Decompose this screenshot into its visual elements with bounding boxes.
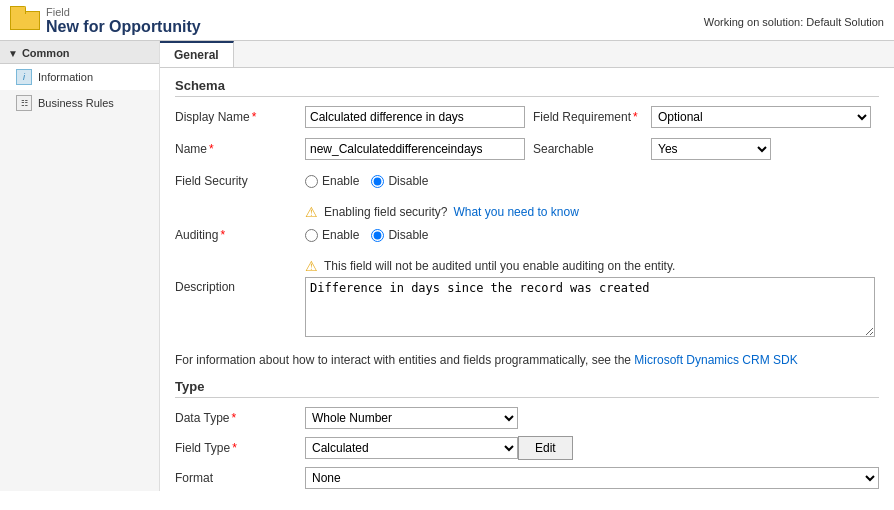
header-small-title: Field [46,6,201,18]
header-icon-wrap [10,6,38,28]
warning-text: Enabling field security? [324,205,447,219]
sidebar-item-information-label: Information [38,71,93,83]
format-row: Format None Duration Time Zone Language [175,466,879,490]
warning-icon: ⚠ [305,204,318,220]
data-type-select[interactable]: Whole Number Single Line of Text Decimal… [305,407,518,429]
main-layout: ▼ Common i Information ☷ Business Rules … [0,41,894,491]
sidebar-item-business-rules[interactable]: ☷ Business Rules [0,90,159,116]
info-icon-shape: i [16,69,32,85]
field-requirement-label: Field Requirement* [533,110,643,124]
format-select[interactable]: None Duration Time Zone Language [305,467,879,489]
name-row: Name* Searchable Yes No [175,137,879,161]
auditing-disable[interactable]: Disable [371,228,428,242]
auditing-enable-label: Enable [322,228,359,242]
field-requirement-select[interactable]: Optional Business Recommended Business R… [651,106,871,128]
warning-link[interactable]: What you need to know [453,205,578,219]
field-type-row: Field Type* Simple Calculated Rollup Edi… [175,436,879,460]
data-type-row: Data Type* Whole Number Single Line of T… [175,406,879,430]
header-left: Field New for Opportunity [10,6,201,36]
sidebar: ▼ Common i Information ☷ Business Rules [0,41,160,491]
type-section-title: Type [175,379,879,398]
auditing-disable-radio[interactable] [371,229,384,242]
auditing-row: Auditing* Enable Disable [175,223,879,247]
format-label: Format [175,471,305,485]
main-content: General Schema Display Name* Field Requi… [160,41,894,491]
description-textarea[interactable]: Difference in days since the record was … [305,277,875,337]
auditing-field: Enable Disable [305,228,879,242]
field-security-enable-radio[interactable] [305,175,318,188]
rules-icon-shape: ☷ [16,95,32,111]
edit-button[interactable]: Edit [518,436,573,460]
information-icon: i [16,69,32,85]
sidebar-item-business-rules-label: Business Rules [38,97,114,109]
field-security-enable[interactable]: Enable [305,174,359,188]
field-security-enable-label: Enable [322,174,359,188]
field-security-row: Field Security Enable Disable [175,169,879,193]
auditing-warning-text: This field will not be audited until you… [324,259,675,273]
auditing-warning-icon: ⚠ [305,258,318,274]
name-input[interactable] [305,138,525,160]
field-type-select[interactable]: Simple Calculated Rollup [305,437,518,459]
field-requirement-group: Field Requirement* Optional Business Rec… [533,106,894,128]
auditing-label: Auditing* [175,228,305,242]
tab-general[interactable]: General [160,41,234,67]
field-security-warning-row: ⚠ Enabling field security? What you need… [175,201,879,223]
crm-sdk-link[interactable]: Microsoft Dynamics CRM SDK [634,353,797,367]
info-row: For information about how to interact wi… [175,345,879,375]
auditing-warning-row: ⚠ This field will not be audited until y… [175,255,879,277]
auditing-enable[interactable]: Enable [305,228,359,242]
type-section: Type Data Type* Whole Number Single Line… [175,379,879,491]
auditing-enable-radio[interactable] [305,229,318,242]
folder-icon [10,6,38,28]
display-name-label: Display Name* [175,110,305,124]
name-label: Name* [175,142,305,156]
data-type-label: Data Type* [175,411,305,425]
description-label: Description [175,280,305,294]
display-name-row: Display Name* Field Requirement* Optiona… [175,105,879,129]
field-security-radio-group: Enable Disable [305,174,428,188]
field-security-label: Field Security [175,174,305,188]
field-security-disable-label: Disable [388,174,428,188]
display-name-input[interactable] [305,106,525,128]
tab-bar: General [160,41,894,68]
field-security-disable[interactable]: Disable [371,174,428,188]
description-field: Difference in days since the record was … [305,277,879,337]
schema-section-title: Schema [175,78,879,97]
business-rules-icon: ☷ [16,95,32,111]
header-titles: Field New for Opportunity [46,6,201,36]
sidebar-section-label: Common [22,47,70,59]
searchable-group: Searchable Yes No [533,138,894,160]
info-text-before: For information about how to interact wi… [175,353,631,367]
collapse-arrow-icon: ▼ [8,48,18,59]
field-security-disable-radio[interactable] [371,175,384,188]
field-security-field: Enable Disable [305,174,879,188]
searchable-select[interactable]: Yes No [651,138,771,160]
field-type-label: Field Type* [175,441,305,455]
auditing-disable-label: Disable [388,228,428,242]
name-field: Searchable Yes No [305,138,894,160]
sidebar-section-common: ▼ Common [0,41,159,64]
display-name-field: Field Requirement* Optional Business Rec… [305,106,894,128]
working-on-label: Working on solution: Default Solution [704,6,884,28]
page-header: Field New for Opportunity Working on sol… [0,0,894,41]
display-name-required: * [252,110,257,124]
sidebar-item-information[interactable]: i Information [0,64,159,90]
searchable-label: Searchable [533,142,643,156]
description-row: Description Difference in days since the… [175,277,879,337]
content-area: Schema Display Name* Field Requirement* … [160,68,894,491]
auditing-radio-group: Enable Disable [305,228,428,242]
page-title: New for Opportunity [46,18,201,36]
